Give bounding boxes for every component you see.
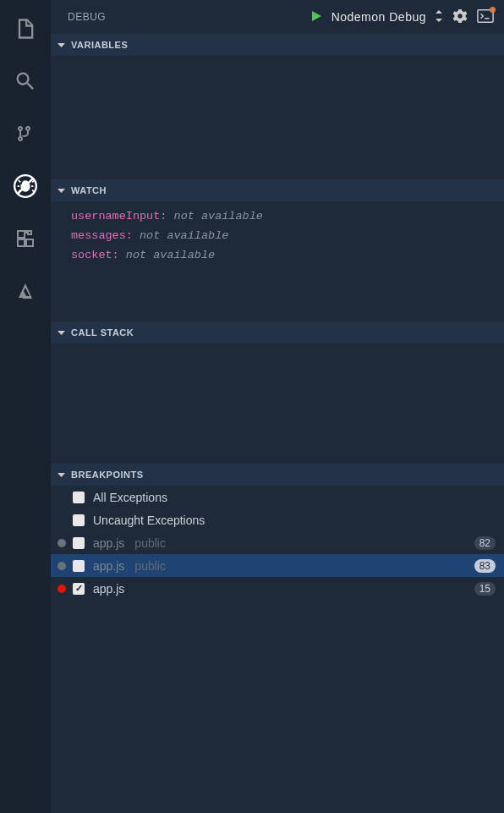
header-controls: Nodemon Debug bbox=[310, 8, 494, 26]
breakpoints-section-header[interactable]: BREAKPOINTS bbox=[51, 464, 504, 486]
source-control-icon[interactable] bbox=[5, 113, 46, 154]
breakpoint-path: public bbox=[134, 536, 166, 550]
azure-icon[interactable] bbox=[5, 271, 46, 311]
chevron-down-icon bbox=[58, 470, 66, 479]
breakpoint-line: 15 bbox=[474, 582, 496, 596]
variables-section-header[interactable]: VARIABLES bbox=[51, 34, 504, 56]
checkbox[interactable] bbox=[73, 514, 85, 526]
chevron-down-icon bbox=[58, 41, 66, 49]
chevron-down-icon bbox=[58, 186, 66, 195]
activity-bar bbox=[0, 0, 51, 813]
watch-expression[interactable]: socket: not available bbox=[51, 245, 504, 265]
extensions-icon[interactable] bbox=[5, 218, 46, 259]
watch-value: not available bbox=[174, 210, 263, 222]
sidebar-header: DEBUG Nodemon Debug bbox=[51, 0, 504, 34]
select-arrows-icon[interactable] bbox=[435, 10, 443, 25]
callstack-body bbox=[51, 343, 504, 464]
watch-name: socket bbox=[71, 249, 112, 261]
checkbox[interactable] bbox=[73, 560, 85, 572]
variables-body bbox=[51, 56, 504, 179]
debug-sidebar: DEBUG Nodemon Debug VARIABLES WA bbox=[51, 0, 504, 813]
debug-console-icon[interactable] bbox=[477, 8, 494, 26]
checkbox[interactable] bbox=[73, 583, 85, 595]
breakpoints-body: All ExceptionsUncaught Exceptionsapp.jsp… bbox=[51, 486, 504, 813]
breakpoint-row[interactable]: app.js15 bbox=[51, 577, 504, 600]
breakpoint-file: app.js bbox=[93, 582, 124, 596]
breakpoint-label: Uncaught Exceptions bbox=[93, 514, 205, 527]
watch-name: messages bbox=[71, 229, 126, 242]
breakpoint-dot-icon bbox=[58, 562, 66, 570]
chevron-down-icon bbox=[58, 328, 66, 337]
breakpoint-dot-icon bbox=[58, 539, 66, 547]
watch-value: not available bbox=[140, 229, 228, 242]
breakpoint-line: 82 bbox=[474, 536, 496, 550]
breakpoint-path: public bbox=[134, 559, 166, 573]
breakpoint-row[interactable]: app.jspublic83 bbox=[51, 554, 504, 577]
breakpoint-file: app.js bbox=[93, 536, 124, 550]
breakpoint-exception-row[interactable]: Uncaught Exceptions bbox=[51, 508, 504, 531]
gear-icon[interactable] bbox=[452, 8, 468, 26]
watch-name: usernameInput bbox=[71, 210, 160, 222]
checkbox[interactable] bbox=[73, 492, 85, 503]
debug-config-label: Nodemon Debug bbox=[331, 10, 426, 24]
breakpoint-exception-row[interactable]: All Exceptions bbox=[51, 486, 504, 508]
watch-section-header[interactable]: WATCH bbox=[51, 179, 504, 201]
variables-title: VARIABLES bbox=[71, 40, 128, 50]
debug-icon[interactable] bbox=[5, 166, 46, 206]
breakpoint-label: All Exceptions bbox=[93, 491, 167, 504]
watch-value: not available bbox=[126, 249, 215, 261]
breakpoint-row[interactable]: app.jspublic82 bbox=[51, 531, 504, 554]
checkbox[interactable] bbox=[73, 537, 85, 549]
notification-dot-icon bbox=[490, 7, 496, 13]
explorer-icon[interactable] bbox=[5, 8, 46, 49]
watch-expression[interactable]: usernameInput: not available bbox=[51, 206, 504, 226]
debug-config-select[interactable]: Nodemon Debug bbox=[331, 10, 426, 24]
breakpoint-file: app.js bbox=[93, 559, 124, 573]
watch-expression[interactable]: messages: not available bbox=[51, 226, 504, 245]
callstack-section-header[interactable]: CALL STACK bbox=[51, 321, 504, 343]
watch-body: usernameInput: not availablemessages: no… bbox=[51, 201, 504, 321]
breakpoint-dot-icon bbox=[58, 585, 66, 593]
start-debug-icon[interactable] bbox=[310, 9, 323, 25]
breakpoint-line: 83 bbox=[474, 559, 496, 573]
breakpoints-title: BREAKPOINTS bbox=[71, 470, 144, 480]
watch-title: WATCH bbox=[71, 185, 107, 195]
search-icon[interactable] bbox=[5, 61, 46, 102]
panel-title: DEBUG bbox=[68, 11, 106, 23]
callstack-title: CALL STACK bbox=[71, 327, 134, 338]
